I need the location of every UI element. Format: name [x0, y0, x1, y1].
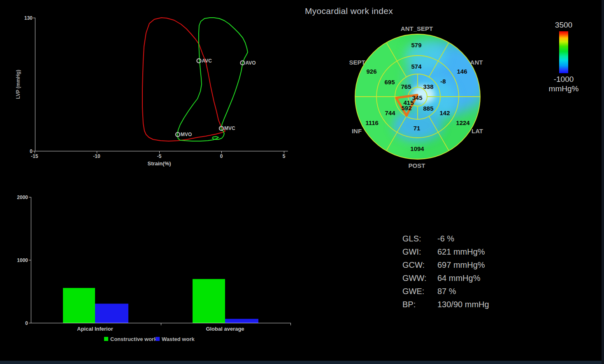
region-label-inf: INF: [352, 128, 362, 134]
x-axis-label: Strain(%): [147, 160, 171, 167]
stat-label: GWE:: [402, 285, 437, 298]
segment-value: -8: [440, 78, 446, 85]
segment-value: 1224: [456, 119, 470, 126]
y-tick-label-2000: 2000: [17, 195, 28, 200]
stat-value: -6 %: [437, 232, 454, 245]
reference-loop-curve: [142, 18, 225, 141]
stat-label: GCW:: [402, 258, 437, 271]
bar-apical-wasted: [95, 304, 128, 323]
stat-label: GWI:: [402, 245, 437, 258]
segment-value: 695: [384, 79, 395, 86]
category-label-apical-inferior: Apical Inferior: [77, 326, 113, 332]
segment-work-bar-chart: 2000 1000 0 Apical Inferior Global avera…: [16, 193, 300, 358]
color-scale: 3500 -1000 mmHg%: [544, 21, 583, 93]
stat-value: 64 mmHg%: [437, 271, 480, 285]
x-tick-label: -10: [93, 153, 100, 159]
pressure-strain-loop-plot: 130 0 -15 -10 -5 0 5 Strain(%) LVP (mmHg…: [0, 0, 304, 177]
color-scale-gradient: [559, 31, 568, 73]
x-tick-label: -5: [157, 153, 162, 159]
segment-value: 71: [414, 125, 420, 132]
segment-value: 574: [411, 63, 422, 70]
y-tick-label-1000: 1000: [17, 257, 28, 263]
legend-wasted-work: Wasted work: [162, 336, 195, 342]
constructive-work-swatch-icon: [104, 337, 108, 341]
region-label-lat: LAT: [472, 128, 483, 134]
stat-value: 697 mmHg%: [437, 258, 485, 271]
avc-marker-icon: [197, 59, 201, 63]
bar-chart-legend: Constructive work Wasted work: [104, 336, 195, 342]
stat-value: 130/90 mmHg: [437, 298, 489, 311]
wasted-work-swatch-icon: [156, 337, 160, 341]
stat-row-gwi: GWI: 621 mmHg%: [402, 245, 489, 258]
segment-value: 1094: [410, 145, 424, 152]
stat-row-bp: BP: 130/90 mmHg: [402, 298, 489, 311]
mvo-marker-label: MVO: [181, 132, 192, 137]
segment-value: 146: [457, 68, 467, 75]
segment-value: 338: [423, 83, 433, 90]
bullseye-plot[interactable]: 579 926 146 574 695 -8 765 338 345 415 5…: [341, 16, 495, 173]
region-label-post: POST: [409, 162, 425, 169]
segment-value: 142: [439, 109, 450, 116]
region-label-ant: ANT: [470, 59, 483, 66]
segment-value: 765: [401, 83, 411, 90]
y-tick-label-0: 0: [25, 320, 28, 326]
segment-value: 592: [401, 104, 411, 111]
category-label-global-average: Global average: [206, 326, 244, 332]
bottom-border: [0, 361, 604, 364]
marker-mvc: MVC: [219, 125, 235, 131]
legend-constructive-work: Constructive work: [110, 336, 157, 342]
segment-value: 1116: [365, 119, 379, 126]
avo-marker-label: AVO: [246, 60, 256, 66]
stat-label: GLS:: [402, 232, 437, 245]
global-work-indices: GLS: -6 % GWI: 621 mmHg% GCW: 697 mmHg% …: [402, 232, 489, 311]
segment-value: 744: [385, 109, 395, 116]
bar-global-wasted: [225, 319, 258, 323]
segment-loop-curve: [177, 18, 248, 141]
region-label-ant-sept: ANT_SEPT: [401, 25, 433, 32]
color-scale-unit: mmHg%: [544, 84, 583, 93]
mvc-marker-label: MVC: [224, 125, 235, 131]
stat-label: BP:: [402, 298, 437, 311]
marker-mvo: MVO: [176, 132, 192, 137]
x-tick-label: 5: [283, 153, 286, 159]
bar-global-constructive: [193, 279, 225, 323]
stat-row-gwe: GWE: 87 %: [402, 285, 489, 298]
x-tick-label: 0: [220, 153, 223, 159]
stat-label: GWW:: [402, 271, 437, 285]
page-title: Myocardial work index: [305, 6, 393, 16]
segment-value: 579: [411, 42, 421, 49]
segment-value: 926: [366, 68, 376, 75]
avc-marker-label: AVC: [202, 58, 212, 64]
stat-value: 621 mmHg%: [437, 245, 485, 258]
stat-value: 87 %: [437, 285, 456, 298]
segment-value: 885: [423, 105, 433, 112]
stat-row-gww: GWW: 64 mmHg%: [402, 271, 489, 285]
right-border: [602, 0, 604, 364]
x-tick-label: -15: [31, 153, 38, 159]
region-label-sept: SEPT: [349, 59, 365, 66]
stat-row-gcw: GCW: 697 mmHg%: [402, 258, 489, 271]
bar-apical-constructive: [63, 288, 95, 323]
color-scale-min: -1000: [544, 75, 583, 84]
stat-row-gls: GLS: -6 %: [402, 232, 489, 245]
marker-avc: AVC: [197, 58, 212, 64]
y-axis-label: LVP (mmHg): [15, 70, 21, 99]
color-scale-max: 3500: [544, 21, 583, 30]
y-tick-label-130: 130: [24, 15, 33, 21]
